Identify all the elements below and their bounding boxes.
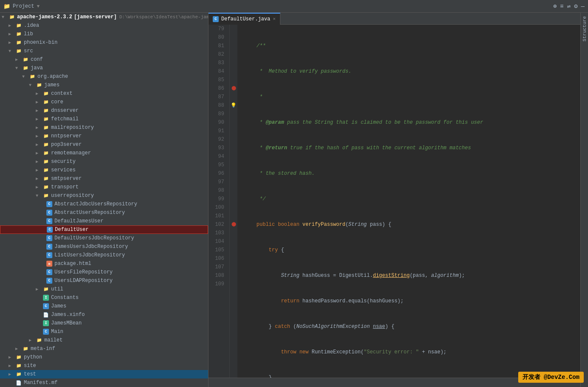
sidebar-item-manifest[interactable]: 📄 Manifest.mf (0, 378, 208, 387)
minimize-icon[interactable]: — (581, 3, 585, 10)
sidebar-item-james-class[interactable]: C James (0, 302, 208, 310)
ln-105: 105 (212, 246, 226, 254)
sidebar-item-util[interactable]: ▶ 📁 util (0, 285, 208, 293)
sidebar-item-users-file-repo[interactable]: C UsersFileRepository (0, 268, 208, 276)
sidebar-item-users-ldap-repo[interactable]: C UsersLDAPRepository (0, 276, 208, 285)
project-label[interactable]: Project (13, 3, 34, 9)
tree-root[interactable]: ▼ 📁 apache-james-2.3.2 [james-server] D:… (0, 13, 208, 21)
sidebar-item-meta-inf[interactable]: ▶ 📁 meta-inf (0, 344, 208, 353)
ln-80: 80 (212, 33, 226, 42)
sidebar-item-package-html[interactable]: H package.html (0, 259, 208, 268)
sidebar-item-fetchmail[interactable]: ▶ 📁 fetchmail (0, 115, 208, 123)
default-james-user-label: DefaultJamesUser (54, 218, 103, 224)
structure-label[interactable]: Structure (581, 13, 588, 45)
sidebar-item-mailrepository[interactable]: ▶ 📁 mailrepository (0, 123, 208, 132)
pop3server-arrow: ▶ (36, 142, 43, 147)
ln-92: 92 (212, 135, 226, 144)
globe-icon[interactable]: ⊕ (553, 3, 557, 10)
smtpserver-label: smtpserver (51, 176, 82, 182)
sidebar-item-james[interactable]: ▼ 📁 james (0, 81, 208, 89)
settings-icon[interactable]: ⚙ (574, 3, 577, 10)
util-icon: 📁 (43, 286, 49, 293)
conf-arrow: ▶ (15, 57, 22, 62)
code-editor[interactable]: 79 80 81 82 83 84 85 86 87 88 89 90 91 9… (208, 25, 580, 378)
sidebar-item-james-users-jdbc[interactable]: C JamesUsersJdbcRepository (0, 242, 208, 251)
idea-folder-icon: 📁 (15, 22, 22, 29)
sidebar-item-mailet[interactable]: ▶ 📁 mailet (0, 336, 208, 344)
tab-default-user[interactable]: C DefaultUser.java × (208, 13, 280, 25)
context-label: context (51, 91, 72, 97)
sidebar-item-security[interactable]: ▶ 📁 security (0, 157, 208, 166)
title-bar: 📁 Project ▼ ⊕ ≡ ⇌ ⚙ — (0, 0, 588, 13)
util-arrow: ▶ (36, 287, 43, 292)
sidebar-item-james-mbean[interactable]: I JamesMBean (0, 319, 208, 327)
context-icon: 📁 (43, 90, 49, 97)
sidebar-item-python[interactable]: ▶ 📁 python (0, 353, 208, 361)
pop3server-icon: 📁 (43, 141, 49, 148)
code-line-88: String hashGuess = DigestUtil.digestStri… (241, 271, 577, 280)
code-gutter: ⬤ 💡 ⬤ (230, 25, 237, 378)
users-file-repo-label: UsersFileRepository (54, 269, 113, 275)
sidebar-item-phoenix-bin[interactable]: ▶ 📁 phoenix-bin (0, 38, 208, 47)
abstract-jdbc-label: AbstractJdbcUsersRepository (54, 201, 137, 207)
sidebar-item-pop3server[interactable]: ▶ 📁 pop3server (0, 140, 208, 149)
sidebar-item-lib[interactable]: ▶ 📁 lib (0, 30, 208, 38)
ln-99: 99 (212, 195, 226, 203)
sidebar-item-services[interactable]: ▶ 📁 services (0, 166, 208, 174)
tab-close-btn[interactable]: × (273, 17, 276, 22)
sidebar-item-conf[interactable]: ▶ 📁 conf (0, 55, 208, 64)
sidebar-item-userrepository[interactable]: ▼ 📁 userrepository (0, 191, 208, 200)
sidebar-item-transport[interactable]: ▶ 📁 transport (0, 183, 208, 191)
ln-108: 108 (212, 271, 226, 280)
sidebar-item-dnsserver[interactable]: ▶ 📁 dnsserver (0, 106, 208, 115)
sidebar-item-src[interactable]: ▼ 📁 src (0, 47, 208, 55)
sidebar-item-org-apache[interactable]: ▼ 📁 org.apache (0, 72, 208, 81)
core-arrow: ▶ (36, 100, 43, 105)
sidebar-item-remotemanager[interactable]: ▶ 📁 remotemanager (0, 149, 208, 157)
code-line-82: * @param pass the String that is claimed… (241, 118, 577, 127)
sidebar-item-java[interactable]: ▼ 📁 java (0, 64, 208, 72)
list-icon[interactable]: ≡ (560, 3, 563, 10)
default-user-label: DefaultUser (55, 227, 88, 233)
sidebar-item-idea[interactable]: ▶ 📁 .idea (0, 21, 208, 30)
ln-91: 91 (212, 127, 226, 135)
core-label: core (51, 99, 63, 105)
smtpserver-arrow: ▶ (36, 176, 43, 181)
sync-icon[interactable]: ⇌ (567, 3, 571, 10)
sidebar-item-default-user[interactable]: C DefaultUser (0, 225, 208, 234)
security-label: security (51, 159, 76, 165)
sidebar-item-default-james-user[interactable]: C DefaultJamesUser (0, 217, 208, 225)
lib-folder-icon: 📁 (15, 31, 22, 37)
james-arrow: ▼ (29, 83, 36, 88)
package-html-label: package.html (54, 261, 91, 267)
ln-98: 98 (212, 186, 226, 195)
ln-84: 84 (212, 67, 226, 76)
userrepository-icon: 📁 (43, 192, 49, 199)
ln-87: 87 (212, 93, 226, 101)
sidebar-item-main[interactable]: C Main (0, 327, 208, 336)
james-class-label: James (51, 303, 66, 309)
code-content[interactable]: /** * Method to verify passwords. * * @p… (237, 25, 580, 378)
sidebar-item-context[interactable]: ▶ 📁 context (0, 89, 208, 98)
sidebar-item-core[interactable]: ▶ 📁 core (0, 98, 208, 106)
code-line-91: throw new RuntimeException("Security err… (241, 348, 577, 356)
editor-area: C DefaultUser.java × 79 80 81 82 83 84 8… (208, 13, 580, 387)
sidebar-item-constants[interactable]: I Constants (0, 293, 208, 302)
code-line-86: public boolean verifyPassword(String pas… (241, 220, 577, 229)
sidebar-item-nntpserver[interactable]: ▶ 📁 nntpserver (0, 132, 208, 140)
mailrepository-icon: 📁 (43, 124, 49, 131)
sidebar-item-smtpserver[interactable]: ▶ 📁 smtpserver (0, 174, 208, 183)
sidebar-item-site[interactable]: ▶ 📁 site (0, 361, 208, 370)
sidebar-item-james-xinfo[interactable]: 📄 James.xinfo (0, 310, 208, 319)
sidebar-item-abstract-jdbc[interactable]: C AbstractJdbcUsersRepository (0, 200, 208, 208)
sidebar-item-abstract-users[interactable]: C AbstractUsersRepository (0, 208, 208, 217)
remotemanager-label: remotemanager (51, 150, 91, 156)
sidebar-item-test[interactable]: ▶ 📁 test (0, 370, 208, 378)
sidebar-item-default-users-jdbc[interactable]: C DefaultUsersJdbcRepository (0, 234, 208, 242)
remotemanager-icon: 📁 (43, 150, 49, 157)
conf-folder-icon: 📁 (22, 56, 29, 63)
watermark: 开发者 @DevZe.Com (518, 372, 584, 383)
project-dropdown-icon[interactable]: ▼ (37, 4, 40, 9)
sidebar-item-list-users-jdbc[interactable]: C ListUsersJdbcRepository (0, 251, 208, 259)
code-line-81: * (241, 93, 577, 101)
